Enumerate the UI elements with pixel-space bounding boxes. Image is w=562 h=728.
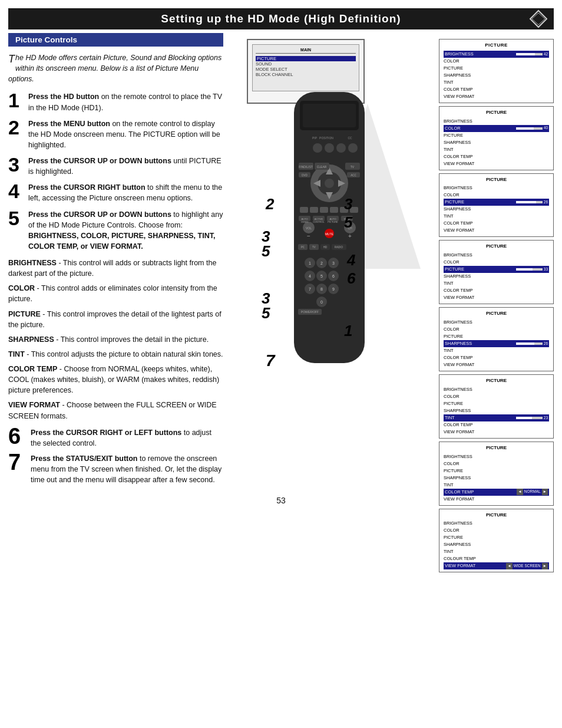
svg-text:+: +: [348, 233, 352, 239]
step-3: 3 Press the CURSOR UP or DOWN buttons un…: [8, 156, 223, 177]
diagram-label-5b: 5: [262, 304, 270, 322]
panel7-tint: TINT: [444, 482, 549, 489]
panel8-colourtemp: COLOUR TEMP: [444, 555, 549, 562]
panel1-sharpness: SHARPNESS: [444, 72, 549, 79]
svg-text:PC: PC: [301, 246, 305, 249]
panel2-brightness: BRIGHTNESS: [444, 118, 549, 125]
svg-text:DVD: DVD: [302, 174, 308, 177]
panel8-tint: TINT: [444, 548, 549, 555]
panel8-color: COLOR: [444, 527, 549, 534]
panel6-tint-slider: 23: [516, 415, 548, 421]
diagram-label-46: 46: [347, 251, 355, 288]
svg-text:VOL: VOL: [306, 226, 312, 230]
diagram-label-2: 2: [266, 195, 274, 213]
intro-body: he HD Mode offers certain Picture, Sound…: [8, 54, 222, 83]
panel5-sharpness-row: SHARPNESS 26: [444, 340, 549, 347]
panel3-picture-row: PICTURE 26: [444, 199, 549, 206]
step-5-text: Press the CURSOR UP or DOWN buttons to h…: [28, 209, 223, 252]
step-3-text: Press the CURSOR UP or DOWN buttons unti…: [28, 156, 223, 177]
step-4-text: Press the CURSOR RIGHT button to shift t…: [28, 182, 223, 203]
panel4-tint: TINT: [444, 280, 549, 287]
tv-menu-mode: MODE SELECT: [256, 67, 356, 72]
step-1: 1 Press the HD button on the remote cont…: [8, 91, 223, 113]
panel5-tint: TINT: [444, 347, 549, 354]
panel7-color: COLOR: [444, 460, 549, 467]
step-5-number: 5: [8, 208, 25, 228]
right-column: MAIN PICTURE SOUND MODE SELECT BLOCK CHA…: [229, 33, 554, 490]
svg-text:9: 9: [332, 287, 335, 291]
step-2-number: 2: [8, 117, 25, 137]
svg-text:CC: CC: [348, 136, 352, 140]
panel7-colortemp-value: ◄ NORMAL ►: [517, 489, 548, 495]
panel3-colortemp: COLOR TEMP: [444, 220, 549, 227]
step-4: 4 Press the CURSOR RIGHT button to shift…: [8, 182, 223, 203]
tv-menu-picture: PICTURE: [256, 56, 356, 61]
diagram-label-35: 35: [344, 195, 352, 232]
panel6-viewformat: VIEW FORMAT: [444, 429, 549, 436]
panel3-brightness: BRIGHTNESS: [444, 185, 549, 192]
svg-text:RADIO: RADIO: [335, 246, 343, 249]
svg-text:8: 8: [320, 287, 323, 291]
diagram-label-5a: 5: [262, 242, 270, 261]
step-2: 2 Press the MENU button on the remote co…: [8, 118, 223, 150]
panel-tint: PICTURE BRIGHTNESS COLOR PICTURE SHARPNE…: [439, 374, 554, 439]
step-2-text: Press the MENU button on the remote cont…: [28, 118, 223, 150]
remote-svg: PIP POSITION CC FIND/LIST: [282, 92, 376, 375]
svg-point-14: [325, 179, 334, 188]
svg-text:7: 7: [309, 287, 311, 291]
remote-control: PIP POSITION CC FIND/LIST: [282, 92, 376, 377]
ctrl-sharpness: SHARPNESS - This control improves the de…: [8, 334, 223, 345]
tv-main-label: MAIN: [256, 48, 356, 54]
panel6-picture: PICTURE: [444, 400, 549, 407]
svg-text:6: 6: [332, 274, 335, 278]
step-4-number: 4: [8, 181, 25, 201]
svg-rect-31: [320, 207, 328, 213]
svg-text:PIP: PIP: [312, 136, 318, 140]
panel3-color: COLOR: [444, 192, 549, 199]
panel5-colortemp: COLOR TEMP: [444, 354, 549, 361]
svg-point-8: [348, 143, 358, 153]
panels-container: PICTURE BRIGHTNESS 42 COLOR PICTURE SHAR…: [439, 39, 554, 572]
panel8-title: PICTURE: [444, 512, 549, 519]
drop-cap: T: [8, 54, 15, 64]
svg-rect-30: [310, 207, 318, 213]
step-3-number: 3: [8, 154, 25, 174]
svg-text:POSITION: POSITION: [319, 136, 333, 140]
panel2-color-slider: 40: [516, 125, 548, 131]
panel5-title: PICTURE: [444, 310, 549, 318]
panel-brightness: PICTURE BRIGHTNESS 42 COLOR PICTURE SHAR…: [439, 39, 554, 103]
svg-text:DEMO: DEMO: [301, 220, 308, 223]
panel4-colortemp: COLOR TEMP: [444, 287, 549, 294]
panel1-brightness-label: BRIGHTNESS: [445, 51, 474, 58]
panel4-picture-slider: 33: [516, 266, 548, 272]
panel1-color: COLOR: [444, 58, 549, 65]
svg-text:MUTE: MUTE: [325, 232, 334, 236]
panel3-picture-slider: 26: [516, 199, 548, 205]
panel8-picture: PICTURE: [444, 534, 549, 541]
panel5-color: COLOR: [444, 326, 549, 333]
panel6-tint-row: TINT 23: [444, 414, 549, 421]
svg-text:5: 5: [320, 274, 323, 278]
panel7-picture: PICTURE: [444, 467, 549, 475]
svg-point-5: [313, 143, 322, 153]
ctrl-colortemp: COLOR TEMP - Choose from NOR­MAL (keeps …: [8, 364, 223, 396]
svg-text:ACC: ACC: [351, 174, 356, 177]
panel8-viewformat-value: ◄ WIDE SCREEN ►: [506, 563, 548, 569]
panel-color: PICTURE BRIGHTNESS COLOR 40 PICTURE SHAR…: [439, 106, 554, 170]
panel4-viewformat: VIEW FORMAT: [444, 294, 549, 301]
panel1-viewformat: VIEW FORMAT: [444, 93, 549, 100]
panel5-sharpness-slider: 26: [516, 341, 548, 347]
step-7-text: Press the STATUS/EXIT button to remove t…: [31, 453, 223, 485]
svg-text:3: 3: [332, 261, 335, 265]
svg-text:CLEAR: CLEAR: [317, 165, 327, 169]
panel3-viewformat: VIEW FORMAT: [444, 227, 549, 234]
panel6-brightness: BRIGHTNESS: [444, 386, 549, 393]
panel2-title: PICTURE: [444, 109, 549, 117]
panel2-sharpness: SHARPNESS: [444, 139, 549, 146]
svg-text:PICTURE: PICTURE: [328, 220, 338, 223]
step-1-text: Press the HD button on the remote contro…: [28, 91, 223, 113]
panel-picture2: PICTURE BRIGHTNESS COLOR PICTURE 33 SHAR…: [439, 240, 554, 304]
step-6: 6 Press the CURSOR RIGHT or LEFT buttons…: [8, 427, 223, 449]
panel4-picture-row: PICTURE 33: [444, 266, 549, 273]
svg-text:TV: TV: [351, 165, 355, 169]
